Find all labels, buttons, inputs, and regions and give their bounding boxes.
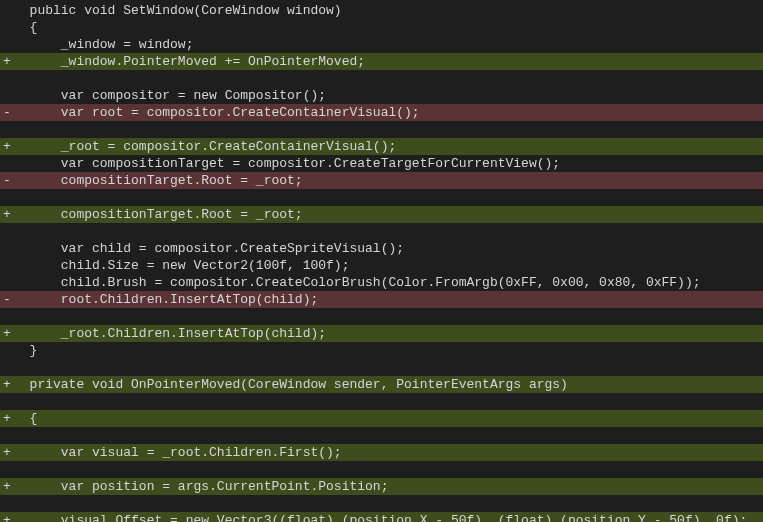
diff-gutter	[0, 122, 14, 137]
diff-gutter: +	[0, 326, 14, 341]
diff-gutter	[0, 309, 14, 324]
code-text: _root = compositor.CreateContainerVisual…	[61, 139, 396, 154]
code-text: compositionTarget.Root = _root;	[61, 173, 303, 188]
code-line: var compositor = new Compositor();	[0, 87, 763, 104]
diff-gutter	[0, 258, 14, 273]
indent	[14, 292, 61, 307]
diff-gutter: +	[0, 479, 14, 494]
code-text: {	[30, 411, 38, 426]
code-line: child.Size = new Vector2(100f, 100f);	[0, 257, 763, 274]
indent	[14, 343, 30, 358]
code-line	[0, 308, 763, 325]
indent	[14, 54, 61, 69]
indent	[14, 275, 61, 290]
code-line	[0, 121, 763, 138]
indent	[14, 258, 61, 273]
diff-gutter	[0, 71, 14, 86]
diff-gutter	[0, 360, 14, 375]
diff-gutter	[0, 241, 14, 256]
code-line: child.Brush = compositor.CreateColorBrus…	[0, 274, 763, 291]
code-text: root.Children.InsertAtTop(child);	[61, 292, 318, 307]
code-line: public void SetWindow(CoreWindow window)	[0, 2, 763, 19]
code-line: + var position = args.CurrentPoint.Posit…	[0, 478, 763, 495]
code-line	[0, 70, 763, 87]
diff-gutter	[0, 224, 14, 239]
code-text: private void OnPointerMoved(CoreWindow s…	[30, 377, 568, 392]
indent	[14, 173, 61, 188]
code-line: var compositionTarget = compositor.Creat…	[0, 155, 763, 172]
code-text: var root = compositor.CreateContainerVis…	[61, 105, 420, 120]
code-text: _window.PointerMoved += OnPointerMoved;	[61, 54, 365, 69]
diff-gutter: -	[0, 173, 14, 188]
indent	[14, 326, 61, 341]
code-text: compositionTarget.Root = _root;	[61, 207, 303, 222]
indent	[14, 445, 61, 460]
indent	[14, 207, 61, 222]
diff-gutter	[0, 496, 14, 511]
indent	[14, 139, 61, 154]
code-text: }	[30, 343, 38, 358]
code-line	[0, 393, 763, 410]
indent	[14, 88, 61, 103]
diff-gutter: +	[0, 139, 14, 154]
diff-gutter	[0, 428, 14, 443]
code-line	[0, 223, 763, 240]
code-line: + _root = compositor.CreateContainerVisu…	[0, 138, 763, 155]
diff-gutter: +	[0, 513, 14, 522]
diff-gutter	[0, 275, 14, 290]
diff-gutter	[0, 88, 14, 103]
indent	[14, 105, 61, 120]
code-text: _root.Children.InsertAtTop(child);	[61, 326, 326, 341]
code-line: _window = window;	[0, 36, 763, 53]
indent	[14, 37, 61, 52]
code-line: + var visual = _root.Children.First();	[0, 444, 763, 461]
code-text: var position = args.CurrentPoint.Positio…	[61, 479, 389, 494]
indent	[14, 479, 61, 494]
diff-code-view: public void SetWindow(CoreWindow window)…	[0, 0, 763, 522]
code-text: var child = compositor.CreateSpriteVisua…	[61, 241, 404, 256]
code-line	[0, 461, 763, 478]
code-line	[0, 359, 763, 376]
code-text: child.Brush = compositor.CreateColorBrus…	[61, 275, 701, 290]
code-line: var child = compositor.CreateSpriteVisua…	[0, 240, 763, 257]
code-text: var visual = _root.Children.First();	[61, 445, 342, 460]
indent	[14, 156, 61, 171]
diff-gutter: +	[0, 54, 14, 69]
code-line: + visual.Offset = new Vector3((float) (p…	[0, 512, 763, 522]
code-line: + private void OnPointerMoved(CoreWindow…	[0, 376, 763, 393]
code-line	[0, 495, 763, 512]
diff-gutter: -	[0, 292, 14, 307]
diff-gutter	[0, 37, 14, 52]
diff-gutter	[0, 343, 14, 358]
diff-gutter: +	[0, 411, 14, 426]
code-line: + compositionTarget.Root = _root;	[0, 206, 763, 223]
diff-gutter	[0, 156, 14, 171]
code-line: {	[0, 19, 763, 36]
code-text: var compositionTarget = compositor.Creat…	[61, 156, 560, 171]
diff-gutter	[0, 394, 14, 409]
diff-gutter	[0, 3, 14, 18]
code-text: _window = window;	[61, 37, 194, 52]
code-line: + _root.Children.InsertAtTop(child);	[0, 325, 763, 342]
indent	[14, 377, 30, 392]
code-text: child.Size = new Vector2(100f, 100f);	[61, 258, 350, 273]
diff-gutter	[0, 462, 14, 477]
indent	[14, 20, 30, 35]
diff-gutter: -	[0, 105, 14, 120]
code-line: }	[0, 342, 763, 359]
diff-gutter: +	[0, 445, 14, 460]
diff-gutter: +	[0, 377, 14, 392]
code-text: visual.Offset = new Vector3((float) (pos…	[61, 513, 748, 522]
diff-gutter	[0, 190, 14, 205]
code-text: public void SetWindow(CoreWindow window)	[30, 3, 342, 18]
code-line	[0, 189, 763, 206]
code-text: var compositor = new Compositor();	[61, 88, 326, 103]
code-line: + {	[0, 410, 763, 427]
indent	[14, 411, 30, 426]
code-text: {	[30, 20, 38, 35]
code-line: + _window.PointerMoved += OnPointerMoved…	[0, 53, 763, 70]
diff-gutter	[0, 20, 14, 35]
diff-gutter: +	[0, 207, 14, 222]
code-line: - compositionTarget.Root = _root;	[0, 172, 763, 189]
indent	[14, 241, 61, 256]
